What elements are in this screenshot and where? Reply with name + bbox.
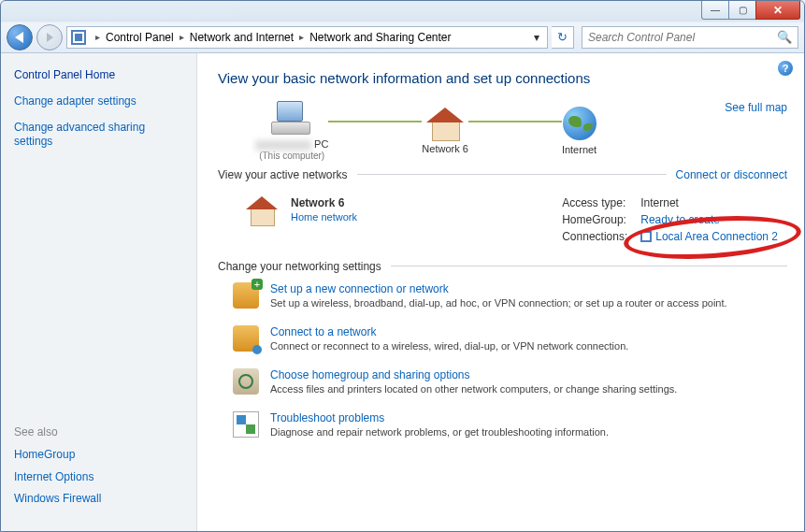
pc-name-redacted	[255, 140, 311, 151]
window-buttons: — ▢ ✕	[702, 1, 800, 20]
settings-list: Set up a new connection or network Set u…	[218, 282, 787, 438]
setting-title-link[interactable]: Connect to a network	[270, 325, 628, 338]
network-name: Network 6	[291, 196, 357, 209]
see-also-internet-options[interactable]: Internet Options	[14, 470, 183, 485]
pc-label-suffix: PC	[311, 138, 328, 150]
setting-desc: Set up a wireless, broadband, dial-up, a…	[270, 297, 727, 309]
back-button[interactable]	[7, 24, 33, 50]
minimize-button[interactable]: —	[701, 1, 729, 20]
active-networks-header: View your active networks Connect or dis…	[218, 168, 787, 181]
sidebar-link-advanced-sharing[interactable]: Change advanced sharing settings	[14, 121, 183, 150]
divider	[391, 266, 787, 266]
control-panel-icon	[71, 30, 86, 45]
control-panel-home-link[interactable]: Control Panel Home	[14, 68, 183, 81]
map-node-internet[interactable]: Internet	[562, 107, 597, 155]
see-also-windows-firewall[interactable]: Windows Firewall	[14, 492, 183, 507]
setting-desc: Access files and printers located on oth…	[270, 383, 677, 395]
homegroup-icon	[233, 368, 259, 395]
forward-button[interactable]	[36, 24, 63, 50]
breadcrumb-dropdown[interactable]: ▾	[530, 31, 543, 44]
setting-title-link[interactable]: Set up a new connection or network	[270, 282, 727, 295]
setting-title-link[interactable]: Choose homegroup and sharing options	[270, 368, 677, 381]
window: — ▢ ✕ ▸ Control Panel ▸ Network and Inte…	[0, 0, 805, 532]
active-networks-label: View your active networks	[218, 168, 348, 181]
sidebar-link-adapter[interactable]: Change adapter settings	[14, 94, 183, 109]
map-node-network[interactable]: Network 6	[422, 108, 468, 154]
connection-link[interactable]: Local Area Connection 2	[655, 230, 778, 243]
troubleshoot-icon	[233, 411, 259, 438]
breadcrumb-item[interactable]: Network and Internet	[190, 31, 294, 44]
access-type-label: Access type:	[562, 196, 627, 209]
change-settings-header: Change your networking settings	[218, 260, 787, 273]
globe-icon	[563, 107, 597, 140]
refresh-button[interactable]: ↻	[552, 26, 574, 49]
network-details: Access type: Internet HomeGroup: Ready t…	[562, 196, 787, 243]
setting-desc: Connect or reconnect to a wireless, wire…	[270, 340, 628, 352]
connections-value: Local Area Connection 2	[640, 230, 778, 243]
connections-label: Connections:	[562, 230, 627, 243]
setting-title-link[interactable]: Troubleshoot problems	[270, 411, 609, 424]
titlebar	[1, 1, 804, 22]
setting-new-connection: Set up a new connection or network Set u…	[218, 282, 787, 309]
house-icon	[246, 196, 278, 224]
network-type-link[interactable]: Home network	[291, 211, 357, 223]
arrow-right-icon	[47, 33, 53, 42]
breadcrumb[interactable]: ▸ Control Panel ▸ Network and Internet ▸…	[66, 26, 548, 49]
network-label: Network 6	[422, 143, 468, 154]
access-type-value: Internet	[640, 196, 778, 209]
page-title: View your basic network information and …	[218, 70, 787, 86]
see-also-homegroup[interactable]: HomeGroup	[14, 448, 183, 463]
active-network: Network 6 Home network Access type: Inte…	[218, 191, 787, 252]
close-button[interactable]: ✕	[755, 1, 800, 20]
maximize-button[interactable]: ▢	[728, 1, 756, 20]
divider	[357, 174, 667, 175]
house-icon	[426, 108, 464, 139]
map-connector	[328, 121, 422, 122]
see-also: See also HomeGroup Internet Options Wind…	[14, 425, 183, 514]
network-map: PC (This computer) Network 6 Internet Se…	[218, 101, 787, 161]
see-full-map-link[interactable]: See full map	[725, 101, 787, 114]
search-icon: 🔍	[777, 30, 792, 44]
map-node-pc[interactable]: PC (This computer)	[255, 101, 328, 161]
breadcrumb-item[interactable]: Control Panel	[106, 31, 174, 44]
ethernet-icon	[640, 231, 652, 242]
homegroup-label: HomeGroup:	[562, 213, 627, 226]
network-info: Network 6 Home network	[291, 196, 357, 223]
breadcrumb-item[interactable]: Network and Sharing Center	[309, 31, 451, 44]
arrow-left-icon	[15, 32, 23, 43]
homegroup-link[interactable]: Ready to create	[640, 213, 778, 226]
help-icon[interactable]: ?	[778, 61, 793, 76]
chevron-right-icon: ▸	[92, 32, 104, 42]
chevron-right-icon: ▸	[176, 32, 188, 42]
internet-label: Internet	[562, 144, 597, 155]
change-settings-label: Change your networking settings	[218, 260, 381, 273]
connect-icon	[233, 325, 259, 352]
new-connection-icon	[233, 282, 259, 309]
main-panel: ? View your basic network information an…	[197, 53, 804, 531]
toolbar: ▸ Control Panel ▸ Network and Internet ▸…	[1, 22, 804, 53]
search-input[interactable]	[588, 31, 777, 44]
setting-homegroup: Choose homegroup and sharing options Acc…	[218, 368, 787, 395]
content: Control Panel Home Change adapter settin…	[1, 53, 804, 531]
sidebar: Control Panel Home Change adapter settin…	[1, 53, 197, 531]
pc-icon	[271, 101, 312, 135]
search-box[interactable]: 🔍	[582, 26, 798, 49]
pc-sublabel: (This computer)	[255, 151, 328, 161]
see-also-heading: See also	[14, 425, 183, 439]
setting-desc: Diagnose and repair network problems, or…	[270, 426, 609, 438]
setting-connect: Connect to a network Connect or reconnec…	[218, 325, 787, 352]
connect-disconnect-link[interactable]: Connect or disconnect	[676, 168, 787, 181]
map-connector	[468, 121, 562, 122]
chevron-right-icon: ▸	[295, 32, 308, 42]
setting-troubleshoot: Troubleshoot problems Diagnose and repai…	[218, 411, 787, 438]
